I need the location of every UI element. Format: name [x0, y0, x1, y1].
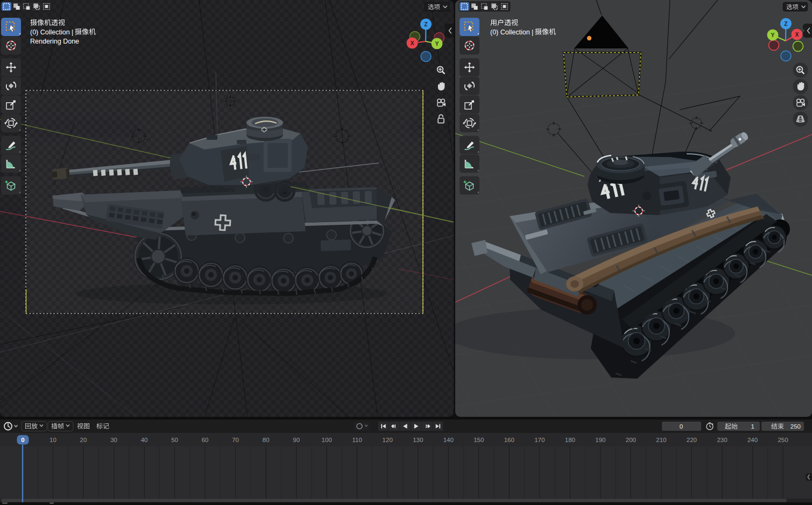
svg-text:(0) Collection |: (0) Collection |	[490, 29, 533, 36]
svg-text:90: 90	[293, 437, 300, 443]
svg-text:20: 20	[80, 437, 87, 443]
svg-text:0: 0	[680, 423, 683, 430]
svg-text:250: 250	[790, 423, 801, 430]
svg-text:230: 230	[717, 437, 727, 443]
svg-text:X: X	[795, 31, 799, 38]
svg-text:250: 250	[778, 437, 788, 443]
svg-text:110: 110	[352, 437, 362, 443]
svg-text:240: 240	[747, 437, 758, 443]
svg-text:Z: Z	[784, 20, 788, 27]
svg-text:60: 60	[202, 437, 209, 443]
svg-text:190: 190	[595, 437, 605, 443]
svg-text:180: 180	[565, 437, 575, 443]
svg-text:1: 1	[751, 423, 754, 430]
svg-text:0: 0	[21, 437, 24, 443]
svg-text:(0) Collection |: (0) Collection |	[30, 29, 73, 36]
svg-text:70: 70	[232, 437, 239, 443]
svg-text:40: 40	[141, 437, 148, 443]
svg-text:10: 10	[50, 437, 57, 443]
svg-text:140: 140	[443, 437, 454, 443]
svg-text:220: 220	[687, 437, 697, 443]
svg-text:100: 100	[322, 437, 332, 443]
svg-text:200: 200	[626, 437, 636, 443]
svg-text:Rendering Done: Rendering Done	[30, 38, 79, 45]
svg-text:X: X	[410, 40, 414, 46]
svg-text:120: 120	[383, 437, 393, 443]
svg-text:Z: Z	[424, 21, 428, 27]
svg-text:80: 80	[263, 437, 270, 443]
svg-text:Y: Y	[771, 32, 774, 38]
svg-text:50: 50	[171, 437, 178, 443]
svg-text:160: 160	[504, 437, 514, 443]
svg-text:170: 170	[534, 437, 545, 443]
svg-text:Y: Y	[435, 40, 439, 47]
svg-text:150: 150	[474, 437, 484, 443]
svg-text:210: 210	[656, 437, 666, 443]
svg-text:30: 30	[110, 437, 117, 443]
svg-text:130: 130	[413, 437, 423, 443]
